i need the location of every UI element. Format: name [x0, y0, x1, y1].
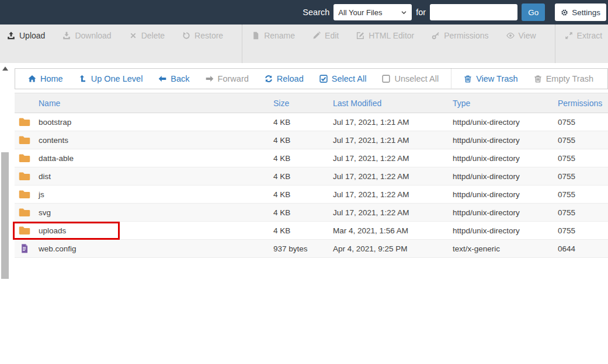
file-name: web.config: [34, 244, 273, 253]
file-type: httpd/unix-directory: [453, 172, 558, 181]
table-row[interactable]: datta-able 4 KB Jul 17, 2021, 1:22 AM ht…: [15, 149, 608, 167]
search-scope-value: All Your Files: [338, 8, 382, 17]
scrollbar-thumb[interactable]: [1, 152, 9, 279]
toolbar-edit[interactable]: Edit: [312, 31, 339, 40]
toolbar-permissions[interactable]: Permissions: [432, 31, 488, 40]
go-button[interactable]: Go: [522, 4, 545, 21]
folder-icon: [19, 170, 30, 182]
toolbar-item-label: Extract: [577, 31, 603, 40]
file-name: datta-able: [34, 154, 273, 163]
table-row[interactable]: web.config 937 bytes Apr 4, 2021, 9:25 P…: [15, 240, 608, 258]
file-type: httpd/unix-directory: [453, 154, 558, 163]
column-header-size[interactable]: Size: [273, 99, 333, 108]
nav-empty-trash[interactable]: Empty Trash: [534, 74, 593, 83]
toolbar-download[interactable]: Download: [62, 31, 111, 40]
file-modified: Jul 17, 2021, 1:22 AM: [333, 190, 453, 199]
nav-select-all[interactable]: Select All: [319, 74, 367, 83]
nav-item-label: View Trash: [476, 74, 517, 83]
table-row[interactable]: contents 4 KB Jul 17, 2021, 1:21 AM http…: [15, 131, 608, 149]
table-row[interactable]: dist 4 KB Jul 17, 2021, 1:22 AM httpd/un…: [15, 167, 608, 186]
file-size: 4 KB: [273, 172, 333, 181]
nav-view-trash[interactable]: View Trash: [464, 74, 517, 83]
nav-up-one-level[interactable]: Up One Level: [79, 74, 143, 83]
nav-back[interactable]: Back: [158, 74, 189, 83]
file-type: httpd/unix-directory: [453, 226, 558, 235]
file-modified: Mar 4, 2021, 1:56 AM: [333, 226, 453, 235]
nav-item-label: Empty Trash: [546, 74, 593, 83]
nav-item-label: Up One Level: [91, 74, 143, 83]
upload-icon: [7, 32, 15, 40]
nav-item-label: Reload: [277, 74, 304, 83]
nav-item-label: Select All: [332, 74, 367, 83]
folder-icon: [19, 206, 30, 218]
table-row[interactable]: bootstrap 4 KB Jul 17, 2021, 1:21 AM htt…: [15, 113, 608, 131]
table-row[interactable]: js 4 KB Jul 17, 2021, 1:22 AM httpd/unix…: [15, 186, 608, 204]
trash-icon: [464, 75, 472, 83]
file-name: uploads: [34, 226, 273, 235]
delete-x-icon: [129, 32, 137, 40]
file-type: text/x-generic: [453, 244, 558, 253]
toolbar-extract[interactable]: Extract: [565, 31, 603, 40]
column-header-modified[interactable]: Last Modified: [333, 99, 453, 108]
nav-home[interactable]: Home: [28, 74, 63, 83]
nav-item-label: Unselect All: [394, 74, 439, 83]
html-editor-icon: [356, 32, 364, 40]
file-modified: Jul 17, 2021, 1:22 AM: [333, 208, 453, 217]
toolbar-item-label: Rename: [264, 31, 295, 40]
file-size: 4 KB: [273, 190, 333, 199]
toolbar-rename[interactable]: Rename: [252, 31, 295, 40]
nav-unselect-all[interactable]: Unselect All: [382, 74, 439, 83]
file-permissions: 0644: [558, 244, 608, 253]
file-permissions: 0755: [558, 154, 608, 163]
file-modified: Jul 17, 2021, 1:21 AM: [333, 118, 453, 127]
column-header-name[interactable]: Name: [34, 99, 273, 108]
search-topbar: Search All Your Files for Go Settings: [0, 0, 608, 24]
toolbar-item-label: Permissions: [444, 31, 488, 40]
file-size: 4 KB: [273, 154, 333, 163]
file-modified: Jul 17, 2021, 1:22 AM: [333, 172, 453, 181]
search-input[interactable]: [430, 4, 517, 20]
eye-icon: [506, 32, 515, 40]
file-type: httpd/unix-directory: [453, 136, 558, 145]
nav-item-label: Back: [171, 74, 189, 83]
nav-forward[interactable]: Forward: [206, 74, 249, 83]
toolbar-item-label: View: [519, 31, 536, 40]
trash-icon: [534, 75, 542, 83]
checkbox-empty-icon: [382, 75, 390, 83]
file-modified: Apr 4, 2021, 9:25 PM: [333, 244, 453, 253]
file-permissions: 0755: [558, 172, 608, 181]
file-name: bootstrap: [34, 118, 273, 127]
file-permissions: 0755: [558, 208, 608, 217]
extract-icon: [565, 32, 573, 40]
toolbar-upload[interactable]: Upload: [7, 31, 45, 40]
file-size: 4 KB: [273, 136, 333, 145]
settings-button[interactable]: Settings: [555, 4, 606, 21]
file-name: dist: [34, 172, 273, 181]
chevron-down-icon: [401, 9, 407, 16]
toolbar-delete[interactable]: Delete: [129, 31, 165, 40]
home-icon: [28, 75, 36, 83]
file-type: httpd/unix-directory: [453, 118, 558, 127]
toolbar-item-label: Restore: [194, 31, 223, 40]
pencil-icon: [312, 32, 321, 40]
toolbar-item-label: HTML Editor: [369, 31, 414, 40]
folder-icon: [19, 152, 30, 164]
restore-icon: [182, 32, 190, 40]
toolbar-restore[interactable]: Restore: [182, 31, 223, 40]
column-header-type[interactable]: Type: [453, 99, 558, 108]
nav-reload[interactable]: Reload: [265, 74, 304, 83]
scroll-up-arrow-icon[interactable]: [2, 66, 8, 71]
toolbar-separator: [242, 24, 242, 63]
toolbar-view[interactable]: View: [506, 31, 536, 40]
column-header-permissions[interactable]: Permissions: [558, 99, 608, 108]
table-row-uploads[interactable]: uploads 4 KB Mar 4, 2021, 1:56 AM httpd/…: [15, 222, 608, 240]
folder-icon: [19, 225, 30, 236]
file-modified: Jul 17, 2021, 1:22 AM: [333, 154, 453, 163]
table-row[interactable]: svg 4 KB Jul 17, 2021, 1:22 AM httpd/uni…: [15, 204, 608, 222]
vertical-scrollbar[interactable]: [1, 65, 9, 364]
file-name: svg: [34, 208, 273, 217]
file-modified: Jul 17, 2021, 1:21 AM: [333, 136, 453, 145]
table-body: bootstrap 4 KB Jul 17, 2021, 1:21 AM htt…: [15, 113, 608, 258]
search-scope-select[interactable]: All Your Files: [333, 4, 412, 20]
toolbar-html-editor[interactable]: HTML Editor: [356, 31, 414, 40]
